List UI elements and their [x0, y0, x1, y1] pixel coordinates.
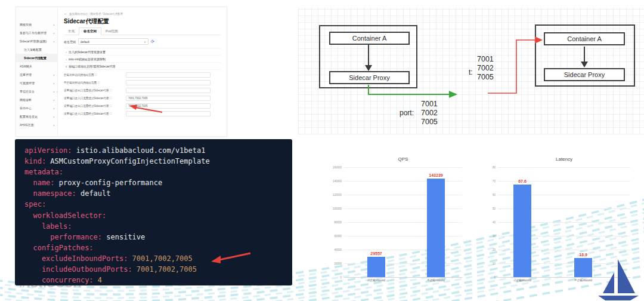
y-tick-label: 60000 — [322, 235, 342, 238]
sidebar-item[interactable]: 零信任安全∨ — [16, 87, 57, 96]
port-value: 7001 — [477, 55, 494, 64]
sidebar-item[interactable]: 网格实例∨ — [16, 20, 57, 29]
form-input[interactable] — [126, 80, 210, 85]
form-label-text: 设置端口使入口流量经过Sidecar代理 — [64, 112, 109, 115]
bar-value-label: 143239 — [418, 173, 454, 177]
sidebar-item[interactable]: AHAS压测∨ — [16, 121, 57, 129]
code-line: concurrency: 4 — [24, 275, 292, 285]
latency-bar-chart: Latency0102030405060708067.6已拦截inbound13… — [489, 155, 638, 284]
info-icon[interactable]: ⓘ — [95, 73, 98, 76]
yaml-key: concurrency: — [24, 276, 94, 284]
sidebar-item-label: 网格实例 — [20, 23, 32, 26]
y-tick-label: 20000 — [322, 262, 342, 265]
chevron-icon: ∨ — [53, 124, 55, 126]
code-line: name: proxy-config-performance — [24, 177, 292, 188]
expand-icon: › — [64, 50, 69, 54]
form-row: 设置端口使出口流量绕过Sidecar代理ⓘ — [64, 87, 221, 94]
sidebar-item-label: 注入策略配置 — [24, 48, 42, 51]
expand-icon: ∨ — [64, 64, 69, 68]
sidebar-item[interactable]: 可观测管理∨ — [16, 79, 57, 87]
form-row: 拦截对外访问的地址范围ⓘ — [64, 71, 221, 79]
sidebar-item-label: Sidecar管理(数据面) — [20, 39, 47, 43]
y-tick-label: 140000 — [322, 180, 342, 183]
namespace-select[interactable]: default ∨ — [78, 38, 148, 45]
breadcrumb: 服务网格控制台 / 网格管理 / Sidecar代理配置 — [69, 13, 123, 16]
yaml-key: labels: — [24, 222, 72, 231]
info-icon[interactable]: ⓘ — [109, 112, 112, 115]
sidebar-item[interactable]: 集群与工作负载管理∨ — [16, 29, 57, 37]
code-line: kind: ASMCustomProxyConfigInjectionTempl… — [24, 156, 292, 167]
code-line: performance: sensitive — [24, 232, 292, 242]
yaml-value: ASMCustomProxyConfigInjectionTemplate — [46, 157, 210, 165]
sidebar-item-label: 流量管理 — [20, 73, 32, 76]
code-line: includeOutboundPorts: 7001,7002,7005 — [24, 264, 292, 275]
sidebar-item-active[interactable]: Sidecar代理配置 — [16, 54, 57, 62]
port-value: 7002 — [477, 64, 494, 73]
chevron-icon: ∨ — [53, 23, 55, 26]
section-header[interactable]: ›istio-init初始化容器资源限制 — [64, 56, 221, 63]
form-label-text: 设置端口使出口流量绕过Sidecar代理 — [64, 89, 109, 92]
x-tick-label: 已拦截inbound — [352, 279, 400, 282]
bar-value-label: 13.9 — [565, 253, 601, 257]
yaml-code-block: apiVersion: istio.alibabacloud.com/v1bet… — [15, 139, 292, 285]
yaml-key: includeOutboundPorts: — [24, 265, 132, 274]
chevron-icon: ∨ — [53, 99, 55, 101]
info-icon[interactable]: ⓘ — [97, 81, 100, 84]
section-label: 按端口或地址启用/禁用Sidecar代理 — [69, 64, 115, 68]
chevron-icon: ∨ — [53, 90, 55, 93]
info-icon[interactable]: ⓘ — [109, 105, 112, 108]
info-icon[interactable]: ⓘ — [109, 89, 112, 92]
chevron-down-icon: ∨ — [144, 40, 146, 44]
form-input[interactable]: 7001,7002,7005 — [126, 96, 210, 101]
sidebar-item[interactable]: 注入策略配置 — [16, 45, 57, 54]
form-row: 不拦截对外访问的地址范围ⓘ — [64, 79, 221, 87]
chevron-icon: ∨ — [53, 82, 55, 84]
sidebar-item[interactable]: Sidecar管理(数据面)∧ — [16, 37, 57, 45]
port-value: 7001 — [421, 100, 438, 109]
yaml-value: 4 — [94, 276, 102, 284]
back-icon[interactable]: ← — [64, 12, 67, 16]
sidebar-item[interactable]: 配置推送优化∨ — [16, 112, 57, 121]
section-header[interactable]: ›注入的Sidecar代理资源设置 — [64, 48, 221, 56]
tab-namespace[interactable]: 命名空间 — [79, 27, 101, 35]
yaml-key: apiVersion: — [24, 146, 72, 155]
inbound-port-label: t: — [469, 68, 473, 76]
y-tick-label: 40000 — [322, 248, 342, 251]
form-list: 拦截对外访问的地址范围ⓘ不拦截对外访问的地址范围ⓘ设置端口使出口流量绕过Side… — [64, 71, 221, 118]
chevron-icon: ∧ — [53, 40, 55, 42]
info-icon[interactable]: ⓘ — [109, 97, 112, 100]
namespace-selected-value: default — [80, 40, 89, 44]
container-a-box: Container A — [329, 32, 410, 45]
chevron-icon: ∨ — [53, 73, 55, 76]
sidebar-item[interactable]: 流量管理∨ — [16, 70, 57, 79]
form-field-label: 设置端口使入口流量经过Sidecar代理ⓘ — [64, 112, 126, 115]
bar — [427, 179, 445, 277]
refresh-icon[interactable]: ⟳ — [151, 39, 154, 44]
inbound-port-list: 7001 7002 7005 — [477, 55, 494, 82]
qps-bar-chart: QPS0200004000060000800001000001200001400… — [322, 155, 471, 284]
sidebar-item[interactable]: 网格诊断∨ — [16, 96, 57, 104]
form-input[interactable]: 7001,7002,7005 — [126, 103, 210, 109]
tab-pod-scope[interactable]: Pod范围 — [101, 28, 122, 35]
form-field-label: 设置端口使出口流量经过Sidecar代理ⓘ — [64, 105, 126, 108]
bar — [574, 258, 592, 277]
y-tick-label: 100000 — [322, 207, 342, 210]
sidebar-item-label: Sidecar代理配置 — [24, 56, 47, 60]
bar-value-label: 67.6 — [504, 179, 540, 183]
tab-global[interactable]: 全局 — [64, 28, 79, 35]
section-header[interactable]: ∨按端口或地址启用/禁用Sidecar代理 — [64, 63, 221, 70]
y-tick-label: 50 — [489, 207, 496, 210]
sidebar-item[interactable]: ASM网关 — [16, 62, 57, 70]
sidebar-item[interactable]: 操作中心∨ — [16, 104, 57, 112]
code-line: spec: — [24, 199, 292, 210]
y-tick-label: 80000 — [322, 221, 342, 224]
form-field-label: 不拦截对外访问的地址范围ⓘ — [64, 81, 126, 84]
form-input[interactable] — [126, 72, 210, 78]
form-label-text: 拦截对外访问的地址范围 — [64, 73, 94, 76]
port-value: 7002 — [421, 109, 438, 118]
y-tick-label: 60 — [489, 194, 496, 196]
expand-icon: › — [64, 57, 69, 61]
form-input[interactable] — [126, 88, 210, 93]
yaml-value: istio.alibabacloud.com/v1beta1 — [72, 146, 205, 155]
form-input[interactable] — [126, 111, 210, 116]
